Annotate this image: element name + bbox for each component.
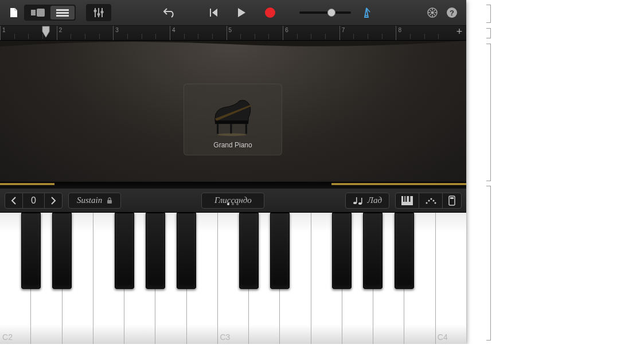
touch-instrument-area: Grand Piano <box>0 41 466 182</box>
svg-rect-11 <box>210 9 211 17</box>
ruler[interactable]: 12345678 + <box>0 26 466 41</box>
black-key[interactable] <box>177 213 196 289</box>
svg-rect-28 <box>361 198 362 204</box>
callout-brackets <box>470 0 637 344</box>
svg-rect-20 <box>217 124 218 134</box>
octave-label: C4 <box>438 333 448 342</box>
master-volume-slider[interactable] <box>299 11 351 14</box>
svg-rect-31 <box>405 196 407 202</box>
svg-point-6 <box>94 10 97 13</box>
undo-button[interactable] <box>161 5 179 21</box>
keyboard[interactable]: C2C3C4 <box>0 213 466 344</box>
metronome-button[interactable] <box>358 4 375 21</box>
grand-piano-icon <box>210 96 256 136</box>
svg-point-12 <box>265 7 275 18</box>
black-key[interactable] <box>363 213 383 289</box>
svg-rect-24 <box>107 200 112 204</box>
playhead[interactable] <box>42 26 50 38</box>
svg-point-8 <box>97 13 100 16</box>
ruler-bar-5: 5 <box>227 26 227 40</box>
svg-rect-32 <box>409 196 411 202</box>
svg-rect-4 <box>56 15 69 17</box>
octave-value: 0 <box>22 193 44 208</box>
hinge-bar <box>0 182 466 189</box>
svg-rect-0 <box>31 10 36 15</box>
control-bar: ? <box>0 0 466 26</box>
svg-point-34 <box>428 200 430 201</box>
track-controls-toggle <box>86 4 111 21</box>
volume-knob[interactable] <box>327 9 335 17</box>
svg-point-36 <box>433 200 435 201</box>
ruler-bar-8: 8 <box>396 26 396 40</box>
svg-text:?: ? <box>450 9 454 17</box>
svg-rect-39 <box>450 197 454 199</box>
instrument-name: Grand Piano <box>213 141 252 149</box>
octave-stepper: 0 <box>5 193 63 209</box>
sustain-button[interactable]: Sustain <box>68 193 121 209</box>
keyboard-layout-group <box>395 193 462 209</box>
add-section-button[interactable]: + <box>452 26 466 38</box>
octave-up-button[interactable] <box>44 193 62 208</box>
black-key[interactable] <box>21 213 41 289</box>
black-key[interactable] <box>52 213 72 289</box>
browser-button[interactable] <box>25 6 50 19</box>
svg-rect-2 <box>56 9 69 11</box>
arpeggiator-button[interactable] <box>419 193 442 208</box>
go-to-beginning-button[interactable] <box>206 5 221 20</box>
svg-point-10 <box>101 11 104 14</box>
ruler-bar-7: 7 <box>339 26 340 40</box>
octave-label: C3 <box>220 333 230 342</box>
help-button[interactable]: ? <box>443 4 460 21</box>
svg-rect-19 <box>215 121 248 124</box>
tracks-button[interactable] <box>50 6 75 19</box>
svg-rect-3 <box>56 12 69 14</box>
instrument-selector[interactable]: Grand Piano <box>184 84 282 155</box>
keyboard-layout-button[interactable] <box>396 193 419 208</box>
svg-rect-21 <box>245 124 247 134</box>
keyboard-mode-button[interactable]: Глиссандо <box>201 193 264 209</box>
svg-point-23 <box>218 134 247 136</box>
play-button[interactable] <box>234 5 249 21</box>
octave-down-button[interactable] <box>5 193 22 208</box>
black-key[interactable] <box>239 213 259 289</box>
black-key[interactable] <box>332 213 352 289</box>
song-settings-button[interactable] <box>424 4 441 21</box>
black-key[interactable] <box>146 213 165 289</box>
record-button[interactable] <box>261 4 279 21</box>
svg-point-37 <box>435 202 436 204</box>
app-window: ? 12345678 + Grand Piano <box>0 0 466 344</box>
my-songs-button[interactable] <box>6 5 22 21</box>
svg-rect-22 <box>230 124 232 134</box>
ruler-bar-1: 1 <box>0 26 1 40</box>
octave-label: C2 <box>2 333 13 342</box>
ruler-bar-2: 2 <box>57 26 57 40</box>
keyboard-controls: 0 Sustain Глиссандо Лад <box>0 189 466 213</box>
notes-icon <box>353 196 363 205</box>
black-key[interactable] <box>395 213 414 289</box>
lock-icon <box>107 197 112 204</box>
svg-rect-1 <box>37 9 45 17</box>
svg-point-35 <box>431 198 432 200</box>
keyboard-extras-button[interactable] <box>442 193 461 208</box>
svg-rect-30 <box>403 196 405 202</box>
ruler-bar-6: 6 <box>283 26 283 40</box>
black-key[interactable] <box>115 213 134 289</box>
svg-rect-26 <box>356 197 357 203</box>
black-key[interactable] <box>270 213 290 289</box>
track-controls-button[interactable] <box>87 5 110 20</box>
view-toggle <box>24 5 76 21</box>
ruler-bar-4: 4 <box>170 26 170 40</box>
ruler-bar-3: 3 <box>113 26 114 40</box>
svg-point-33 <box>426 202 428 204</box>
svg-point-16 <box>431 11 434 14</box>
page-dots <box>227 203 239 205</box>
scale-button[interactable]: Лад <box>345 193 389 209</box>
